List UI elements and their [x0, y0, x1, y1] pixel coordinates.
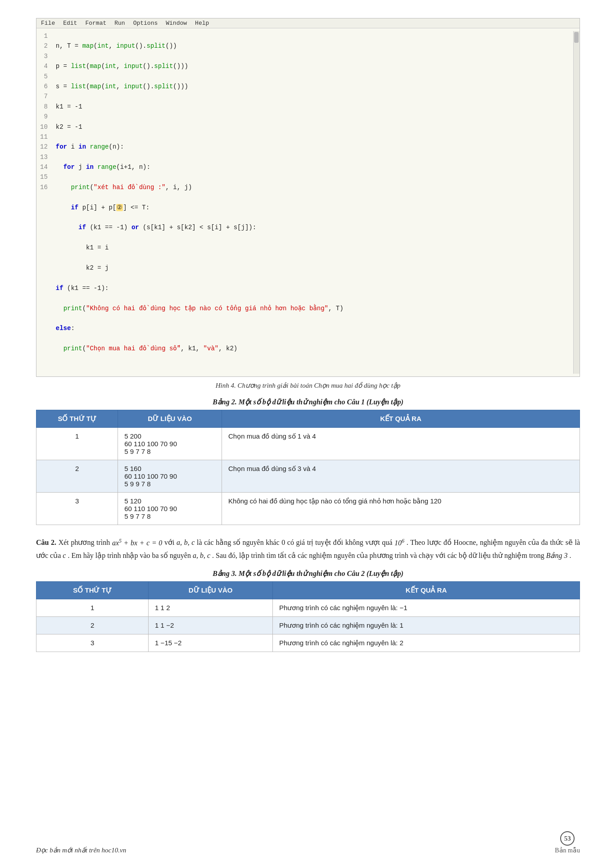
page-number: 53: [560, 831, 575, 846]
t2-row3-num: 3: [36, 634, 149, 652]
row1-input: 5 200 60 110 100 70 90 5 9 7 7 8: [118, 428, 222, 460]
row2-input: 5 160 60 110 100 70 90 5 9 9 7 8: [118, 460, 222, 493]
code-text: n, T = map(int, input().split()) p = lis…: [52, 31, 573, 374]
table-row: 2 5 160 60 110 100 70 90 5 9 9 7 8 Chọn …: [36, 460, 580, 493]
footer-ban-mau: Bản mẫu: [555, 847, 580, 854]
table2-header-1: DỮ LIỆU VÀO: [149, 581, 273, 599]
para-vars: a, b, c: [177, 539, 195, 547]
t2-row2-num: 2: [36, 616, 149, 634]
para-text6: . Sau đó, lập trình tìm tất cả các nghiệ…: [212, 552, 546, 559]
t2-row1-input: 1 1 2: [149, 599, 273, 616]
t2-row3-input: 1 −15 −2: [149, 634, 273, 652]
table-row: 2 1 1 −2 Phương trình có các nghiệm nguy…: [36, 616, 580, 634]
para-c: c: [63, 552, 66, 559]
footer-left-text: Đọc bản mới nhất trên hoc10.vn: [36, 846, 126, 854]
row3-num: 3: [36, 493, 118, 525]
table2-header-2: KẾT QUẢ RA: [273, 581, 580, 599]
row1-num: 1: [36, 428, 118, 460]
menu-options[interactable]: Options: [133, 20, 158, 27]
code-body: 12345 678910 1112131415 16 n, T = map(in…: [36, 28, 580, 376]
t2-row2-output: Phương trình có các nghiệm nguyên là: 1: [273, 616, 580, 634]
table2-title: Bảng 3. Một số bộ dữ liệu thử nghiệm cho…: [36, 569, 580, 578]
para-text7: .: [570, 552, 571, 559]
t2-row1-output: Phương trình có các nghiệm nguyên là: −1: [273, 599, 580, 616]
para-limit: 106: [394, 539, 404, 547]
table1: SỐ THỨ TỰ DỮ LIỆU VÀO KẾT QUẢ RA 1 5 200…: [36, 410, 580, 525]
t2-row2-input: 1 1 −2: [149, 616, 273, 634]
table2: SỐ THỨ TỰ DỮ LIỆU VÀO KẾT QUẢ RA 1 1 1 2…: [36, 581, 580, 652]
table1-header-2: KẾT QUẢ RA: [222, 410, 580, 428]
menu-window[interactable]: Window: [166, 20, 187, 27]
para-text3: là các hằng số nguyên khác 0 có giá trị …: [197, 539, 394, 547]
menu-file[interactable]: File: [41, 20, 55, 27]
para-table-ref: Bảng 3: [546, 552, 568, 559]
menu-format[interactable]: Format: [85, 20, 106, 27]
table2-header-0: SỐ THỨ TỰ: [36, 581, 149, 599]
para-math: ax5 + bx + c = 0: [112, 539, 162, 547]
row1-output: Chọn mua đồ dùng số 1 và 4: [222, 428, 580, 460]
menu-run[interactable]: Run: [114, 20, 125, 27]
figure-caption: Hình 4. Chương trình giải bài toán Chọn …: [36, 381, 580, 389]
para-text5: . Em hãy lập trình nhập vào ba số nguyên: [68, 552, 193, 559]
table1-title: Bảng 2. Một số bộ dữ liệu thử nghiệm cho…: [36, 398, 580, 406]
body-paragraph: Câu 2. Xét phương trình ax5 + bx + c = 0…: [36, 536, 580, 562]
menu-help[interactable]: Help: [195, 20, 209, 27]
para-abc: a, b, c: [193, 552, 210, 559]
row2-num: 2: [36, 460, 118, 493]
footer: Đọc bản mới nhất trên hoc10.vn 53 Bản mẫ…: [0, 831, 616, 854]
para-text2: với: [164, 539, 177, 547]
code-editor: File Edit Format Run Options Window Help…: [36, 18, 580, 377]
table-row: 1 5 200 60 110 100 70 90 5 9 7 7 8 Chọn …: [36, 428, 580, 460]
footer-right: 53 Bản mẫu: [555, 831, 580, 854]
scrollbar[interactable]: [573, 31, 580, 374]
row3-input: 5 120 60 110 100 70 90 5 9 7 7 8: [118, 493, 222, 525]
menu-edit[interactable]: Edit: [63, 20, 77, 27]
row3-output: Không có hai đồ dùng học tập nào có tổng…: [222, 493, 580, 525]
table1-header-0: SỐ THỨ TỰ: [36, 410, 118, 428]
t2-row1-num: 1: [36, 599, 149, 616]
line-numbers: 12345 678910 1112131415 16: [36, 31, 52, 374]
menubar: File Edit Format Run Options Window Help: [36, 18, 580, 28]
para-text1: Xét phương trình: [59, 539, 112, 547]
table-row: 1 1 1 2 Phương trình có các nghiệm nguyê…: [36, 599, 580, 616]
row2-output: Chọn mua đồ dùng số 3 và 4: [222, 460, 580, 493]
paragraph-label: Câu 2.: [36, 539, 56, 547]
table-row: 3 5 120 60 110 100 70 90 5 9 7 7 8 Không…: [36, 493, 580, 525]
table1-header-1: DỮ LIỆU VÀO: [118, 410, 222, 428]
t2-row3-output: Phương trình có các nghiệm nguyên là: 2: [273, 634, 580, 652]
table-row: 3 1 −15 −2 Phương trình có các nghiệm ng…: [36, 634, 580, 652]
